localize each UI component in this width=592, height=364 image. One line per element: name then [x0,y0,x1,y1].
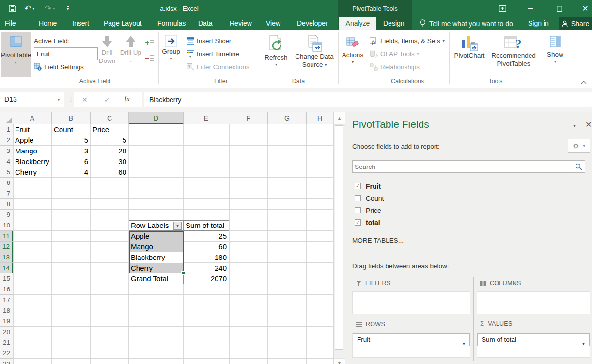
share-button[interactable]: Share [559,17,592,30]
chip-dropdown-icon[interactable]: ▼ [582,338,585,350]
cell-C2[interactable]: 5 [91,135,129,146]
drill-up-button[interactable]: Drill Up ▾ [120,32,142,65]
rows-area-chip[interactable]: Fruit▼ [353,333,470,346]
insert-timeline-button[interactable]: Insert Timeline [187,49,239,59]
sign-in-button[interactable]: Sign in [528,17,549,30]
cell-D11[interactable]: Apple [129,231,184,242]
cell-D15[interactable]: Grand Total [129,273,184,284]
cell-D12[interactable]: Mango [129,242,184,252]
cancel-entry-icon[interactable]: ✕ [82,96,88,104]
tab-formulas[interactable]: Formulas [157,17,186,30]
chip-dropdown-icon[interactable]: ▼ [462,338,466,350]
column-header-G[interactable]: G [268,112,307,124]
field-item-fruit[interactable]: ✓Fruit [352,180,585,192]
search-box[interactable] [352,160,585,173]
cell-C5[interactable]: 60 [91,167,129,178]
more-tables-link[interactable]: MORE TABLES... [352,237,404,244]
checkbox-price[interactable] [355,207,361,213]
name-box-dropdown-icon[interactable]: ▾ [58,98,60,102]
recommended-pivottables-button[interactable]: ? Recommended PivotTables [488,32,539,68]
pane-tools-button[interactable]: ⚙▾ [568,139,590,153]
close-button[interactable]: ✕ [578,0,592,17]
row-header-7[interactable]: 7 [0,188,13,199]
values-area-chip[interactable]: Sum of total▼ [477,333,590,346]
cell-B5[interactable]: 4 [52,167,91,178]
tab-data[interactable]: Data [198,17,213,30]
column-header-B[interactable]: B [52,112,91,124]
cell-E13[interactable]: 180 [184,252,229,263]
drill-down-button[interactable]: Drill Down [96,32,118,65]
field-item-total[interactable]: ✓total [352,216,585,228]
row-header-2[interactable]: 2 [0,135,13,146]
column-header-F[interactable]: F [229,112,268,124]
column-header-D[interactable]: D [129,112,184,124]
cell-A5[interactable]: Cherry [13,167,52,178]
enter-entry-icon[interactable]: ✓ [104,96,110,104]
filters-drop-area[interactable] [352,291,470,314]
fields-items-sets-button[interactable]: fx Fields, Items, & Sets▾ [370,36,445,46]
save-icon[interactable] [9,0,16,17]
formula-bar-gripper-icon[interactable]: ⋮ [68,95,74,103]
pane-close-icon[interactable]: ✕ [585,120,592,129]
row-header-1[interactable]: 1 [0,124,13,135]
checkbox-total[interactable]: ✓ [355,219,361,226]
row-header-8[interactable]: 8 [0,199,13,210]
customize-qat-icon[interactable]: ▾ [67,0,69,17]
checkbox-fruit[interactable]: ✓ [355,183,361,189]
cell-B1[interactable]: Count [52,124,91,135]
search-input[interactable] [353,161,577,172]
scroll-down-icon[interactable]: ▼ [334,358,345,364]
columns-drop-area[interactable] [477,291,590,314]
row-header-12[interactable]: 12 [0,242,13,252]
show-button[interactable]: Show ▾ [544,32,567,64]
minimize-button[interactable]: ─ [523,0,538,17]
relationships-button[interactable]: Relationships [370,62,420,72]
cell-A3[interactable]: Mango [13,146,52,156]
group-button[interactable]: Group ▾ [160,32,182,61]
rows-drop-area[interactable]: Fruit▼ [352,333,470,358]
ribbon-display-options-icon[interactable] [495,0,510,17]
row-header-17[interactable]: 17 [0,295,13,305]
collapse-ribbon-icon[interactable] [581,77,587,86]
cell-C4[interactable]: 30 [91,156,129,167]
cell-E14[interactable]: 240 [184,263,229,273]
column-header-A[interactable]: A [13,112,52,124]
cell-E15[interactable]: 2070 [184,273,229,284]
cell-B4[interactable]: 6 [52,156,91,167]
tab-insert[interactable]: Insert [72,17,89,30]
vertical-scrollbar[interactable]: ▲ ▼ [333,112,345,364]
tab-review[interactable]: Review [230,17,252,30]
cell-B3[interactable]: 3 [52,146,91,156]
fill-handle[interactable] [181,271,185,275]
cell-D13[interactable]: Blackberry [129,252,184,263]
field-item-price[interactable]: Price [352,204,585,216]
cell-C3[interactable]: 20 [91,146,129,156]
active-field-input[interactable] [34,47,98,60]
undo-button[interactable]: ↶▾ [24,0,34,17]
expand-field-button[interactable] [144,38,154,47]
row-header-11[interactable]: 11 [0,231,13,242]
olap-tools-button[interactable]: fx OLAP Tools▾ [370,49,419,59]
row-header-21[interactable]: 21 [0,337,13,348]
column-header-H[interactable]: H [307,112,333,124]
scroll-up-icon[interactable]: ▲ [334,112,345,125]
cell-E12[interactable]: 60 [184,242,229,252]
tab-design[interactable]: Design [383,17,405,30]
row-header-18[interactable]: 18 [0,305,13,316]
insert-slicer-button[interactable]: Insert Slicer [187,36,231,46]
change-data-source-button[interactable]: Change Data Source ▾ [293,32,336,69]
row-header-4[interactable]: 4 [0,156,13,167]
tab-view[interactable]: View [266,17,280,30]
row-header-14[interactable]: 14 [0,263,13,273]
insert-function-icon[interactable]: fx [125,95,130,103]
sheet-grid[interactable]: ABCDEFGH12345678910111213141516171819202… [0,112,345,364]
column-header-E[interactable]: E [184,112,229,124]
row-header-22[interactable]: 22 [0,348,13,359]
checkbox-count[interactable] [355,195,361,201]
cell-A4[interactable]: Blackberry [13,156,52,167]
row-header-19[interactable]: 19 [0,316,13,327]
tab-file[interactable]: File [5,17,16,30]
redo-button[interactable]: ↷▾ [45,0,55,17]
row-header-9[interactable]: 9 [0,210,13,220]
pane-options-icon[interactable]: ▾ [573,123,576,128]
